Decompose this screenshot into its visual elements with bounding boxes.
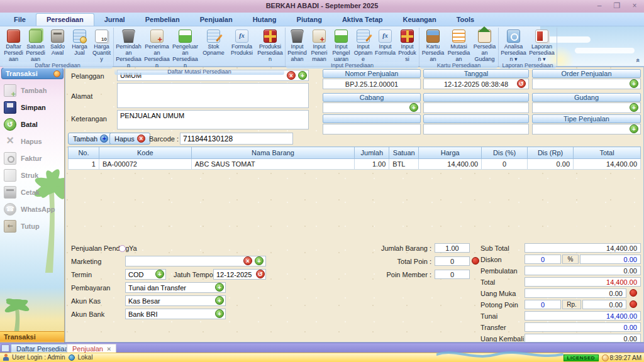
green-notes-icon [29, 30, 42, 43]
sidebar-item-batal[interactable]: Batal [4, 117, 63, 132]
keterangan-textarea[interactable]: PENJUALAN UMUM [117, 110, 309, 129]
ribbon-collapse-icon[interactable]: « [635, 58, 642, 62]
cell-jumlah[interactable]: 1.00 [355, 159, 389, 170]
close-button[interactable]: × [630, 1, 639, 10]
ribbon-item-persediaan-gudang[interactable]: Persediaan Gudang [472, 28, 497, 62]
tambah-item-button[interactable]: Tambah + [68, 133, 113, 145]
ribbon-item-input-pemindahan[interactable]: Input Pemindahan [286, 28, 308, 62]
pick-gudang-icon[interactable]: + [630, 103, 638, 112]
pick-termin-icon[interactable]: + [155, 270, 164, 278]
order-penjualan-value[interactable] [532, 79, 641, 89]
potong-poin-button[interactable] [630, 300, 637, 308]
sidebar-footer[interactable]: Transaksi [0, 331, 65, 342]
pick-order-icon[interactable]: + [630, 79, 638, 88]
tipe-penjualan-value[interactable] [532, 124, 641, 134]
pick-customer-icon[interactable]: + [298, 71, 307, 80]
ribbon-item-produksi-persediaan[interactable]: Produksi Persediaan [256, 28, 284, 62]
table-coins-icon [73, 30, 86, 43]
alamat-textarea[interactable] [117, 83, 309, 108]
ribbon-item-formula-produksi[interactable]: Formula Produksi [228, 28, 256, 56]
ribbon-item-daftar-persediaan[interactable]: Daftar Persediaan [3, 28, 25, 62]
tanggal-value[interactable]: 12-12-2025 08:38:48 [423, 79, 529, 89]
transfer-field[interactable]: 0.00 [525, 322, 641, 332]
ribbon-item-input-penerimaan[interactable]: Input Penerimaan [308, 28, 330, 62]
ribbon-item-saldo-awal[interactable]: Saldo Awal [47, 28, 69, 56]
clear-customer-icon[interactable]: × [287, 71, 296, 80]
pick-akun-kas-icon[interactable]: + [215, 296, 224, 305]
ribbon-item-stok-opname[interactable]: Stok Opname [199, 28, 228, 56]
ribbon-item-input-produksi[interactable]: Input Produksi [396, 28, 418, 62]
plus-circle-icon: + [100, 134, 108, 143]
nomor-penjualan-header: Nomor Penjualan [323, 69, 421, 78]
col-dis-rp: Dis (Rp) [528, 147, 574, 159]
tab-scroll-button[interactable] [1, 344, 9, 352]
reset-date-icon[interactable]: ↺ [517, 79, 526, 88]
tunai-field[interactable]: 14,400.00 [525, 311, 641, 321]
ribbon-item-input-pengeluaran[interactable]: Input Pengeluaran [330, 28, 352, 62]
ribbon-group-label: Input Persediaan [286, 62, 418, 69]
uang-muka-field[interactable]: 0.00 [525, 288, 626, 298]
pick-akun-bank-icon[interactable]: + [215, 309, 224, 318]
diskon-amount-field[interactable]: 0.00 [580, 255, 641, 264]
ribbon-item-kartu-persediaan[interactable]: Kartu Persediaan [420, 28, 446, 62]
menu-tab-keuangan[interactable]: Keuangan [393, 14, 447, 26]
alamat-label: Alamat [71, 92, 92, 100]
menu-tab-file[interactable]: File [4, 14, 36, 26]
menu-tab-aktiva-tetap[interactable]: Aktiva Tetap [332, 14, 393, 26]
pembayaran-input[interactable] [125, 282, 226, 293]
ribbon-item-harga-quantity[interactable]: Harga Quantity [91, 28, 113, 62]
menu-tab-persediaan[interactable]: Persediaan [36, 13, 94, 26]
ribbon-item-mutasi-persediaan[interactable]: Mutasi Persediaan [446, 28, 472, 62]
menu-tab-tools[interactable]: Tools [447, 14, 485, 26]
phone-icon [4, 203, 16, 216]
sidebar-item-simpan[interactable]: Simpan [4, 100, 63, 115]
potong-poin-amount-field[interactable]: 0.00 [582, 300, 626, 309]
ribbon-item-penerimaan-persediaan[interactable]: Penerimaan Persediaan [143, 28, 171, 69]
tab-penjualan[interactable]: Penjualan × [67, 344, 116, 353]
ribbon-item-satuan-persediaan[interactable]: Satuan Persediaan [25, 28, 47, 62]
akun-kas-input[interactable] [125, 295, 226, 306]
table-row[interactable]: 1 BA-000072 ABC SAUS TOMAT 1.00 BTL 14,4… [69, 159, 641, 170]
menu-tab-hutang[interactable]: Hutang [243, 14, 287, 26]
pick-marketing-icon[interactable]: + [255, 256, 264, 265]
menu-tab-penjualan[interactable]: Penjualan [190, 14, 243, 26]
barcode-input[interactable] [180, 133, 293, 145]
col-total: Total [574, 147, 641, 159]
clear-marketing-icon[interactable]: × [243, 256, 252, 265]
total-poin-reset-icon[interactable] [472, 257, 479, 265]
items-table: No. Kode Nama Barang Jumlah Satuan Harga… [68, 146, 641, 170]
akun-bank-input[interactable] [125, 309, 226, 319]
gudang-header: Gudang [532, 93, 641, 102]
title-bar: BERKAH ABADI - September 2025 – ❐ × [0, 0, 644, 13]
ribbon-item-input-opname[interactable]: Input Opname [352, 28, 374, 62]
tunai-label: Tunai [480, 312, 497, 320]
menu-tab-piutang[interactable]: Piutang [287, 14, 332, 26]
transfer-label: Transfer [480, 324, 506, 331]
minimize-button[interactable]: – [595, 1, 604, 10]
akun-bank-label: Akun Bank [71, 310, 104, 318]
pick-tipe-icon[interactable]: + [630, 124, 638, 133]
ribbon-item-harga-jual[interactable]: Harga Jual [69, 28, 91, 56]
gudang-value[interactable] [532, 102, 641, 113]
uang-muka-button[interactable] [630, 289, 637, 297]
hapus-item-button[interactable]: Hapus × [109, 133, 150, 145]
ribbon-item-input-formula[interactable]: Input Formula [374, 28, 396, 56]
pending-checkbox[interactable] [119, 245, 126, 252]
reset-jatuh-tempo-icon[interactable]: ↺ [256, 270, 265, 278]
ribbon-item-pengeluaran-persediaan[interactable]: Pengeluaran Persediaan [171, 28, 199, 69]
close-tab-icon[interactable]: × [107, 345, 111, 353]
menu-tab-jurnal[interactable]: Jurnal [94, 14, 135, 26]
cabang-value[interactable] [323, 102, 421, 113]
sidebar-item-hapus: Hapus [4, 134, 63, 149]
pick-cabang-icon[interactable]: + [409, 103, 418, 112]
ribbon-item-pemindahan-persediaan[interactable]: Pemindahan Persediaan [114, 28, 143, 69]
restore-button[interactable]: ❐ [613, 1, 621, 10]
x-circle-icon: × [137, 134, 145, 143]
ribbon-item-analisa-persediaan[interactable]: Analisa Persediaan ▾ [499, 28, 528, 62]
diskon-pct-field[interactable]: 0 [525, 255, 561, 264]
location-text: Lokal [78, 354, 93, 361]
pick-pembayaran-icon[interactable]: + [215, 283, 224, 292]
ribbon-item-laporan-persediaan[interactable]: Laporan Persediaan ▾ [528, 28, 556, 62]
menu-tab-pembelian[interactable]: Pembelian [135, 14, 190, 26]
potong-poin-qty-field[interactable]: 0 [525, 300, 561, 309]
